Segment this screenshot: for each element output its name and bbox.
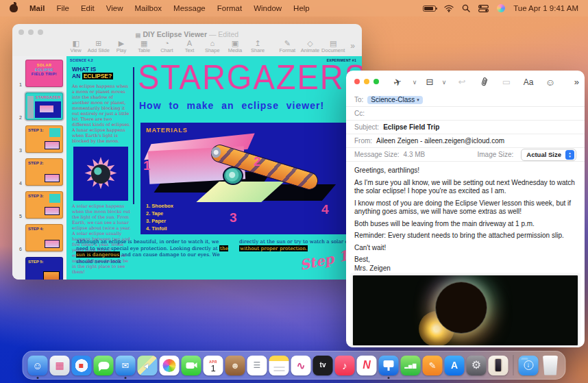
menu-message[interactable]: Message <box>173 4 206 12</box>
subject-field[interactable]: Subject: Eclipse Field Trip <box>346 121 585 134</box>
siri-icon[interactable] <box>497 4 505 12</box>
keynote-titlebar[interactable]: ▤DIY Eclipse Viewer — Edited <box>12 24 362 36</box>
document-button[interactable]: ▤Document <box>321 39 345 53</box>
toolbar-overflow-icon[interactable]: » <box>574 77 579 87</box>
slide-thumbnail-3[interactable]: 3 STEP 1: <box>12 124 66 154</box>
menu-help[interactable]: Help <box>293 4 310 12</box>
size-bar: Message Size: 4.3 MB Image Size: Actual … <box>346 148 585 162</box>
menu-app-name[interactable]: Mail <box>29 4 45 12</box>
from-label: From: <box>354 137 372 145</box>
dock-safari-icon[interactable]: ◆ <box>72 356 92 375</box>
zoom-button[interactable] <box>373 79 379 84</box>
chart-button[interactable]: ◔Chart <box>156 39 178 53</box>
column-divider <box>133 67 134 204</box>
message-body[interactable]: Greetings, earthlings! As I'm sure you a… <box>346 162 585 273</box>
dock-settings-icon[interactable]: ⚙ <box>467 356 487 375</box>
control-center-icon[interactable] <box>478 5 489 12</box>
send-icon[interactable]: ✈ <box>386 73 408 90</box>
apple-menu-icon[interactable] <box>10 4 18 12</box>
wifi-icon[interactable] <box>444 5 454 12</box>
slide-thumbnail-2-selected[interactable]: 2 STARGAZER <box>12 91 66 121</box>
dock-appstore-icon[interactable]: A <box>445 356 465 375</box>
sidebar-heading: WHAT IS AN ECLIPSE? <box>72 66 131 79</box>
minimize-button[interactable] <box>28 29 34 35</box>
dock-photos-icon[interactable] <box>160 356 180 375</box>
slide-header-left: SCIENCE 4.2 <box>70 58 93 62</box>
dock-downloads-icon[interactable]: ↓ <box>519 356 539 375</box>
view-button[interactable]: ◧View <box>64 39 87 53</box>
materials-item: 2. Tape <box>146 210 173 217</box>
sun-illustration: ✹ <box>73 147 128 201</box>
to-field[interactable]: To: Science-Class▾ <box>346 93 585 107</box>
battery-icon[interactable] <box>423 5 436 12</box>
dock-contacts-icon[interactable]: ☻ <box>225 356 245 375</box>
media-button[interactable]: ▣Media <box>223 39 246 53</box>
dock-trash-icon[interactable] <box>541 356 561 375</box>
materials-list: 1. Shoebox 2. Tape 3. Paper 4. Tinfoil <box>146 202 173 232</box>
menu-format[interactable]: Format <box>217 4 242 12</box>
header-fields-icon[interactable]: ⊟ <box>421 77 438 87</box>
menu-window[interactable]: Window <box>254 4 282 12</box>
dock-news-icon[interactable]: N <box>357 356 377 375</box>
image-size-select[interactable]: Actual Size ▴▾ <box>521 149 576 161</box>
dock-calendar-icon[interactable]: APR1 <box>204 356 223 375</box>
dock-messages-icon[interactable] <box>94 356 114 375</box>
insert-photo-icon: ▭ <box>495 77 517 87</box>
slide-canvas[interactable]: SCIENCE 4.2 EXPERIMENT #1 WHAT IS AN ECL… <box>66 56 362 280</box>
format-text-icon[interactable]: Aa <box>517 77 539 87</box>
send-options-chevron-icon[interactable]: ∨ <box>408 79 421 86</box>
dock-tv-icon[interactable]: tv <box>313 356 333 375</box>
dock-pages-icon[interactable]: ✎ <box>423 356 443 375</box>
close-button[interactable] <box>19 29 24 35</box>
play-button[interactable]: ▶Play <box>110 39 132 53</box>
dock-notes-icon[interactable] <box>269 356 289 375</box>
dock-iphone-mirroring-icon[interactable] <box>489 356 509 375</box>
slide-thumbnail-7[interactable]: 7 STEP 5: <box>12 256 66 280</box>
menu-file[interactable]: File <box>56 4 69 12</box>
dock-music-icon[interactable]: ♪ <box>335 356 355 375</box>
mail-traffic-lights[interactable] <box>354 79 379 84</box>
dock-numbers-icon[interactable]: ▂▅▇ <box>401 356 421 375</box>
dock-keynote-icon[interactable] <box>379 356 399 375</box>
header-fields-chevron-icon[interactable]: ∨ <box>438 79 450 86</box>
dock-mail-icon[interactable]: ✉ <box>116 356 136 375</box>
figure-number-1: 1 <box>143 158 151 173</box>
format-button[interactable]: ✎Format <box>276 39 299 53</box>
keynote-traffic-lights[interactable] <box>19 29 43 35</box>
dock-reminders-icon[interactable]: ☰ <box>247 356 267 375</box>
materials-item: 3. Paper <box>146 217 173 225</box>
dock-freeform-icon[interactable]: ∿ <box>291 356 311 375</box>
menu-view[interactable]: View <box>106 4 123 12</box>
menu-edit[interactable]: Edit <box>81 4 95 12</box>
toolbar-overflow-icon[interactable]: » <box>350 41 355 51</box>
dock-finder-icon[interactable]: ☺ <box>28 356 48 375</box>
spotlight-search-icon[interactable] <box>462 4 470 12</box>
table-icon: ▦ <box>140 39 147 47</box>
slide-thumbnail-5[interactable]: 5 STEP 3: <box>12 190 66 220</box>
zoom-button[interactable] <box>38 29 43 35</box>
text-button[interactable]: AText <box>178 39 201 53</box>
dock-maps-icon[interactable]: ▲ <box>138 356 158 375</box>
animate-button[interactable]: ◇Animate <box>299 39 321 53</box>
emoji-icon[interactable]: ☺ <box>539 77 561 88</box>
subject-value: Eclipse Field Trip <box>383 123 439 131</box>
attach-icon[interactable] <box>474 77 495 87</box>
share-button[interactable]: ↥Share <box>247 39 269 53</box>
mail-toolbar: ✈ ∨ ⊟ ∨ ↩ ▭ Aa ☺ » <box>346 71 585 93</box>
from-field[interactable]: From: Aileen Zeigen - aileen.zeigen@iclo… <box>346 134 585 148</box>
cc-field[interactable]: Cc: <box>346 107 585 121</box>
recipient-token[interactable]: Science-Class▾ <box>367 96 422 104</box>
dock-launchpad-icon[interactable]: ▦ <box>50 356 70 375</box>
dock-facetime-icon[interactable] <box>182 356 201 375</box>
close-button[interactable] <box>354 79 360 84</box>
menu-clock[interactable]: Tue Apr 1 9:41 AM <box>513 4 578 12</box>
menu-mailbox[interactable]: Mailbox <box>134 4 162 12</box>
table-button[interactable]: ▦Table <box>133 39 156 53</box>
slide-thumbnail-6[interactable]: 6 STEP 4: <box>12 223 66 253</box>
shape-button[interactable]: ⌂Shape <box>201 39 223 53</box>
slide-thumbnail-4[interactable]: 4 STEP 2: <box>12 157 66 187</box>
minimize-button[interactable] <box>364 79 369 84</box>
eclipse-photo-attachment[interactable] <box>353 275 578 345</box>
slide-thumbnail-1[interactable]: 1 SOLAR ECLIPSE FIELD TRIP! <box>12 58 66 88</box>
add-slide-button[interactable]: ⊞Add Slide <box>87 39 110 53</box>
